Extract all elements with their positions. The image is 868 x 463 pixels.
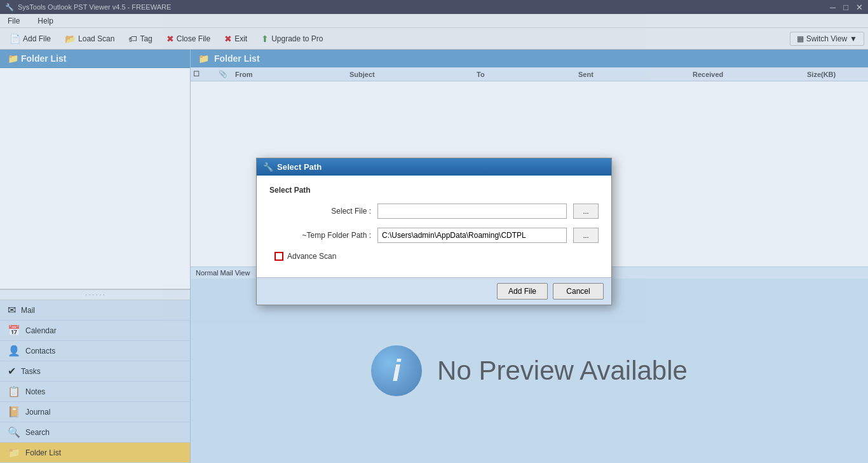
dialog-footer: Add File Cancel xyxy=(257,277,611,305)
advance-scan-row: Advance Scan xyxy=(269,252,599,261)
temp-folder-row: ~Temp Folder Path : ... xyxy=(269,228,599,243)
temp-folder-input[interactable] xyxy=(377,228,567,243)
select-path-dialog: 🔧 Select Path Select Path Select File : … xyxy=(256,158,612,305)
temp-folder-browse-button[interactable]: ... xyxy=(573,228,599,243)
select-file-browse-button[interactable]: ... xyxy=(573,204,599,219)
advance-scan-label: Advance Scan xyxy=(287,252,336,261)
advance-scan-checkbox[interactable] xyxy=(275,252,283,261)
dialog-section-title: Select Path xyxy=(269,186,599,195)
select-file-row: Select File : ... xyxy=(269,204,599,219)
add-file-dialog-button[interactable]: Add File xyxy=(497,283,548,300)
temp-folder-label: ~Temp Folder Path : xyxy=(269,231,371,240)
select-file-input[interactable] xyxy=(377,204,567,219)
dialog-titlebar: 🔧 Select Path xyxy=(257,158,611,176)
dialog-title: Select Path xyxy=(277,162,322,172)
dialog-body: Select Path Select File : ... ~Temp Fold… xyxy=(257,176,611,277)
select-file-label: Select File : xyxy=(269,207,371,216)
dialog-icon: 🔧 xyxy=(263,162,273,172)
dialog-overlay: 🔧 Select Path Select Path Select File : … xyxy=(0,0,868,463)
cancel-dialog-button[interactable]: Cancel xyxy=(553,283,604,300)
